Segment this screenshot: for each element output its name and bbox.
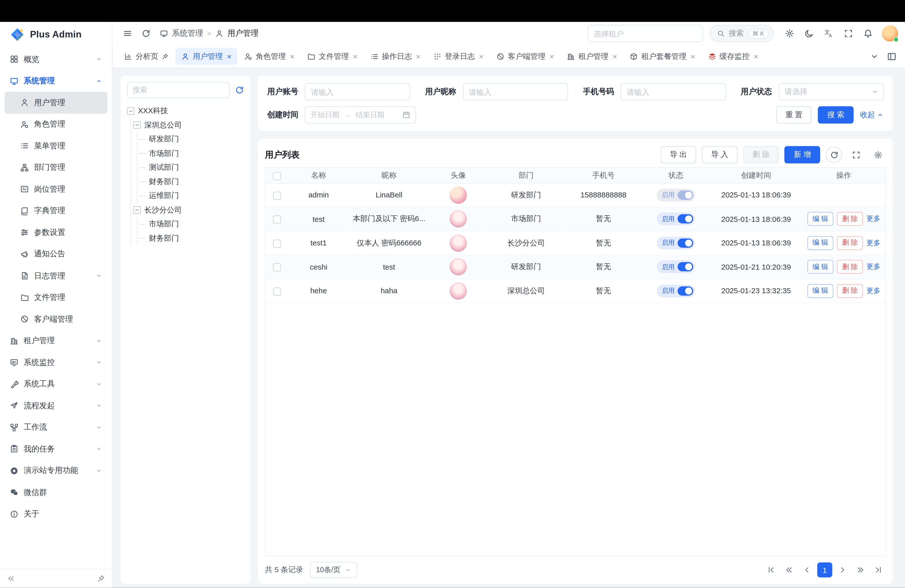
row-checkbox[interactable] [273,191,281,199]
sidebar-collapse-button[interactable] [7,574,15,582]
refresh-table-button[interactable] [826,147,842,163]
tab-item[interactable]: 登录日志× [428,48,489,65]
delete-row-button[interactable]: 删 除 [837,236,863,250]
settings-button[interactable] [781,25,798,41]
tree-node[interactable]: 运维部门 [140,189,245,203]
next-page-button[interactable] [835,563,850,577]
sidebar-subitem[interactable]: 参数设置 [5,222,107,243]
select-all-checkbox[interactable] [273,172,281,180]
close-tab-icon[interactable]: × [753,52,758,60]
status-toggle[interactable]: 启用 [657,261,695,273]
tree-refresh-button[interactable] [235,86,244,95]
tab-item[interactable]: 租户管理× [561,48,623,65]
user-avatar[interactable] [882,25,898,41]
sidebar-subitem[interactable]: 菜单管理 [5,135,107,157]
sidebar-subitem[interactable]: 日志管理 [5,265,107,287]
tree-node[interactable]: 财务部门 [140,231,245,245]
close-tab-icon[interactable]: × [353,52,358,60]
edit-button[interactable]: 编 辑 [807,212,834,226]
row-checkbox[interactable] [273,215,281,223]
table-row[interactable]: adminLinaBell研发部门15888888888启用2025-01-13… [265,183,885,207]
sidebar-item[interactable]: 系统监控 [5,351,107,373]
delete-row-button[interactable]: 删 除 [837,260,863,274]
tab-item[interactable]: 用户管理× [175,48,237,65]
close-tab-icon[interactable]: × [479,52,484,60]
sidebar-item[interactable]: 系统工具 [5,373,107,395]
tab-item[interactable]: 租户套餐管理× [624,48,701,65]
close-tab-icon[interactable]: × [691,52,695,60]
more-button[interactable]: 更多 [867,286,880,294]
table-row[interactable]: test本部门及以下 密码6...市场部门暂无启用2025-01-13 18:0… [265,207,885,231]
sidebar-item[interactable]: 微信群 [5,482,107,503]
tree-node[interactable]: 财务部门 [140,175,245,189]
status-toggle[interactable]: 启用 [657,237,695,250]
edit-button[interactable]: 编 辑 [807,284,834,298]
tree-collapse-icon[interactable]: − [133,206,141,214]
tree-node[interactable]: 市场部门 [140,217,245,231]
breadcrumb-item[interactable]: 系统管理 [172,28,203,38]
row-checkbox[interactable] [273,263,281,271]
dark-mode-button[interactable] [801,25,817,41]
edit-button[interactable]: 编 辑 [807,260,834,274]
tab-item[interactable]: 客户端管理× [491,48,560,65]
filter-account-input[interactable] [305,83,410,100]
tab-item[interactable]: 缓存监控× [702,48,764,65]
tenant-select-input[interactable] [587,25,703,42]
status-toggle[interactable]: 启用 [657,284,695,297]
more-button[interactable]: 更多 [867,215,880,223]
sidebar-item[interactable]: 系统管理 [5,70,107,92]
tab-item[interactable]: 操作日志× [365,48,426,65]
prev-page-button[interactable] [799,563,814,577]
filter-nickname-input[interactable] [462,83,568,100]
notifications-button[interactable] [860,25,876,41]
tab-item[interactable]: 角色管理× [238,48,300,65]
more-button[interactable]: 更多 [867,262,880,271]
tree-collapse-icon[interactable]: − [127,107,135,115]
collapse-filters-link[interactable]: 收起 [860,110,884,120]
filter-phone-input[interactable] [621,83,726,100]
table-row[interactable]: test1仅本人 密码666666长沙分公司暂无启用2025-01-13 18:… [265,231,885,255]
tree-node[interactable]: −XXX科技 [127,104,244,118]
sidebar-subitem[interactable]: 角色管理 [5,113,107,135]
sidebar-item[interactable]: 租户管理 [5,330,107,351]
sidebar-subitem[interactable]: 字典管理 [5,200,107,222]
close-tab-icon[interactable]: × [612,52,617,60]
filter-created-range[interactable]: 开始日期 → 结束日期 [305,106,416,124]
table-row[interactable]: ceshitest研发部门暂无启用2025-01-21 10:20:39编 辑删… [265,255,885,279]
sidebar-subitem[interactable]: 用户管理 [5,92,107,113]
status-toggle[interactable]: 启用 [657,213,695,225]
global-search-button[interactable]: 搜索 ⌘ K [710,25,773,42]
reset-button[interactable]: 重 置 [776,106,811,124]
row-checkbox[interactable] [273,287,281,295]
close-tab-icon[interactable]: × [290,52,295,60]
sidebar-subitem[interactable]: 通知公告 [5,243,107,265]
first-page-button[interactable] [764,563,778,577]
dept-tree-search-input[interactable] [127,82,230,98]
sidebar-item[interactable]: 我的任务 [5,439,107,460]
current-page[interactable]: 1 [817,563,832,577]
delete-button[interactable]: 删 除 [743,146,779,164]
sidebar-subitem[interactable]: 客户端管理 [5,308,107,330]
next-jump-button[interactable] [853,563,868,577]
delete-row-button[interactable]: 删 除 [837,284,863,298]
sidebar-subitem[interactable]: 部门管理 [5,157,107,178]
close-tab-icon[interactable]: × [227,52,232,60]
tab-list-dropdown-button[interactable] [867,49,882,64]
sidebar-item[interactable]: 关于 [5,503,107,525]
menu-toggle-button[interactable] [119,25,135,41]
import-button[interactable]: 导 入 [702,146,737,164]
tree-node[interactable]: −深圳总公司 [133,118,244,132]
filter-status-select[interactable]: 请选择 [778,83,884,100]
sidebar-subitem[interactable]: 岗位管理 [5,178,107,200]
expand-table-button[interactable] [848,147,864,163]
fullscreen-button[interactable] [840,25,856,41]
tree-node[interactable]: 市场部门 [140,146,245,161]
close-tab-icon[interactable]: × [549,52,554,60]
sidebar-item[interactable]: 概览 [5,49,107,70]
tab-item[interactable]: 分析页 [118,48,175,65]
language-button[interactable]: 文A [821,25,837,41]
sidebar-subitem[interactable]: 文件管理 [5,287,107,308]
delete-row-button[interactable]: 删 除 [837,212,863,226]
last-page-button[interactable] [871,563,886,577]
status-toggle[interactable]: 启用 [657,189,695,202]
